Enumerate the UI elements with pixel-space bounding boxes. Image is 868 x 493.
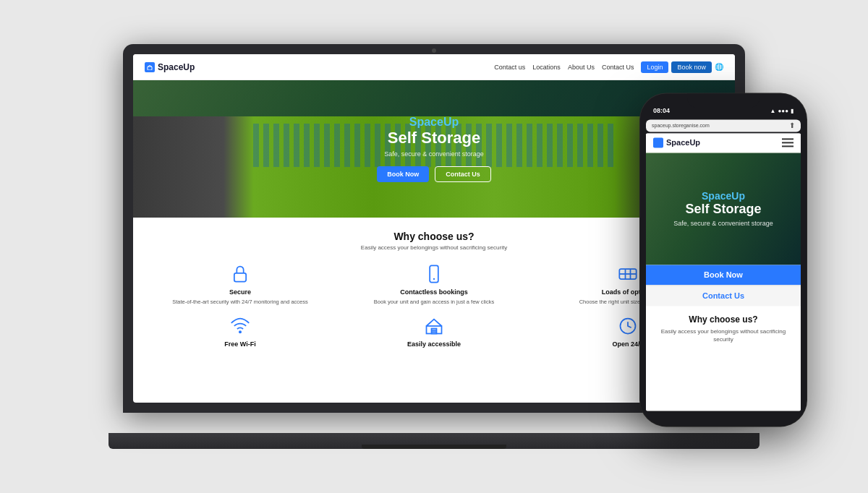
nav-book-button[interactable]: Book now [671,61,712,73]
signal-icon: ●●● [778,108,789,114]
laptop-camera [432,48,436,53]
feature-secure-name: Secure [229,288,251,296]
phone: 08:04 ▲ ●●● ▮ spaceup.storeganise.com ⬆ … [640,93,807,426]
features-grid-top: Secure State-of-the-art security with 24… [148,262,720,306]
feature-wifi: Free Wi-Fi [148,314,333,348]
phone-hero: SpaceUp Self Storage Safe, secure & conv… [646,153,801,265]
phone-logo-text: SpaceUp [666,138,700,147]
phone-url-text: spaceup.storeganise.com [652,123,710,128]
features-subtitle: Easily access your belongings without sa… [148,244,720,251]
wifi-status-icon: ▲ [770,108,776,114]
phone-time: 08:04 [653,107,670,114]
feature-contactless-name: Contactless bookings [400,288,468,296]
phone-hero-content: SpaceUp Self Storage Safe, secure & conv… [668,190,779,227]
hero-brand: SpaceUp [377,116,491,129]
phone-notch [687,93,760,108]
phone-icon [422,262,446,286]
globe-icon: 🌐 [715,63,723,71]
phone-logo-box-icon [653,137,663,147]
hero-contact-button[interactable]: Contact Us [435,166,491,182]
clock-icon [616,314,639,338]
share-icon[interactable]: ⬆ [789,121,795,129]
scene: SpaceUp Contact us Locations About Us Co… [0,0,868,493]
phone-status-icons: ▲ ●●● ▮ [770,108,793,114]
phone-hero-title: Self Storage [673,202,773,217]
grid-icon [616,262,639,286]
svg-rect-0 [148,67,152,70]
hamburger-line-1 [782,138,793,140]
feature-contactless-desc: Book your unit and gain access in just a… [374,299,494,306]
feature-247-name: Open 24/7 [612,340,643,348]
phone-book-button[interactable]: Book Now [646,265,801,285]
site-nav: SpaceUp Contact us Locations About Us Co… [133,54,735,80]
nav-link-contact-us-2[interactable]: Contact Us [602,64,634,71]
phone-screen: SpaceUp SpaceUp Self Storage Safe, secur… [646,133,801,411]
hamburger-line-2 [782,142,793,143]
site-logo: SpaceUp [145,62,195,72]
feature-accessible: Easily accessible [341,314,527,348]
feature-secure: Secure State-of-the-art security with 24… [148,262,333,306]
phone-nav: SpaceUp [646,133,801,153]
wifi-icon [229,314,252,338]
nav-link-contact-us[interactable]: Contact us [494,64,525,71]
phone-browser-bar: spaceup.storeganise.com ⬆ [646,119,801,132]
hero-book-button[interactable]: Book Now [377,166,429,182]
hamburger-line-3 [782,145,793,147]
nav-link-locations[interactable]: Locations [532,64,561,71]
hero-subtitle: Safe, secure & convenient storage [377,150,491,158]
features-title: Why choose us? [148,231,720,242]
svg-point-8 [239,331,241,333]
cube-icon [147,64,153,70]
nav-logo-text: SpaceUp [158,62,195,72]
feature-accessible-name: Easily accessible [407,340,461,348]
laptop-base [109,433,760,449]
logo-box-icon [145,62,155,72]
phone-contact-button[interactable]: Contact Us [646,285,801,306]
feature-contactless: Contactless bookings Book your unit and … [341,262,527,306]
feature-secure-desc: State-of-the-art security with 24/7 moni… [172,299,308,306]
phone-features-subtitle: Easily access your belongings without sa… [653,327,793,343]
garage-icon [422,314,446,338]
lock-icon [229,262,252,286]
svg-rect-1 [234,273,246,282]
hamburger-menu-button[interactable] [782,138,793,147]
nav-login-button[interactable]: Login [641,61,668,73]
hero-buttons: Book Now Contact Us [377,166,491,182]
phone-features-title: Why choose us? [653,314,793,325]
phone-hero-subtitle: Safe, secure & convenient storage [673,220,773,227]
hero-content: SpaceUp Self Storage Safe, secure & conv… [377,116,491,182]
features-grid-bottom: Free Wi-Fi Easily accessible [148,314,720,348]
site-nav-links: Contact us Locations About Us Contact Us [494,64,634,71]
phone-features: Why choose us? Easily access your belong… [646,306,801,352]
nav-link-about-us[interactable]: About Us [568,64,595,71]
phone-hero-brand: SpaceUp [673,190,773,202]
battery-icon: ▮ [791,108,793,114]
phone-logo: SpaceUp [653,137,700,147]
phone-hero-buttons: Book Now Contact Us [646,265,801,306]
hero-title: Self Storage [377,129,491,147]
feature-wifi-name: Free Wi-Fi [224,340,255,348]
svg-rect-10 [432,328,437,333]
